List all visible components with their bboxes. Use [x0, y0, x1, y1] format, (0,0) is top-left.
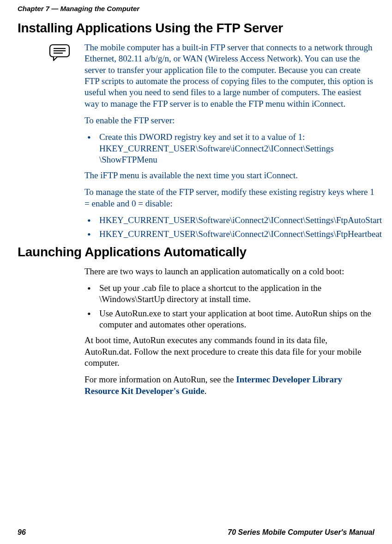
launch-intro: There are two ways to launch an applicat…	[84, 266, 374, 277]
chapter-header: Chapter 7 — Managing the Computer	[18, 0, 374, 21]
note-paragraph: The mobile computer has a built-in FTP s…	[84, 42, 374, 109]
iftp-note: The iFTP menu is available the next time…	[84, 170, 374, 181]
manage-intro: To manage the state of the FTP server, m…	[84, 187, 374, 209]
section-title-launching: Launching Applications Automatically	[18, 245, 374, 260]
registry-bullet-showftp: Create this DWORD registry key and set i…	[84, 132, 374, 165]
registry-bullet-heartbeat: HKEY_CURRENT_USER\Software\iConnect2\ICo…	[84, 229, 374, 240]
more-info-paragraph: For more information on AutoRun, see the…	[84, 374, 374, 397]
note-icon	[18, 42, 84, 63]
autorun-paragraph: At boot time, AutoRun executes any comma…	[84, 335, 374, 369]
launch-bullet-cab: Set up your .cab file to place a shortcu…	[84, 283, 374, 305]
bullet-text-line1: Create this DWORD registry key and set i…	[99, 132, 305, 142]
more-info-prefix: For more information on AutoRun, see the	[84, 375, 236, 384]
registry-bullet-autostart: HKEY_CURRENT_USER\Software\iConnect2\ICo…	[84, 215, 374, 226]
bullet-text-line3: \ShowFTPMenu	[99, 155, 157, 164]
launch-bullet-autorun: Use AutoRun.exe to start your applicatio…	[84, 308, 374, 331]
bullet-text-line2: HKEY_CURRENT_USER\Software\iConnect2\ICo…	[99, 144, 334, 153]
enable-intro: To enable the FTP server:	[84, 115, 374, 126]
more-info-suffix: .	[205, 386, 207, 396]
manual-title: 70 Series Mobile Computer User's Manual	[228, 528, 374, 537]
section-title-ftp: Installing Applications Using the FTP Se…	[18, 21, 374, 36]
page-number: 96	[18, 528, 26, 537]
